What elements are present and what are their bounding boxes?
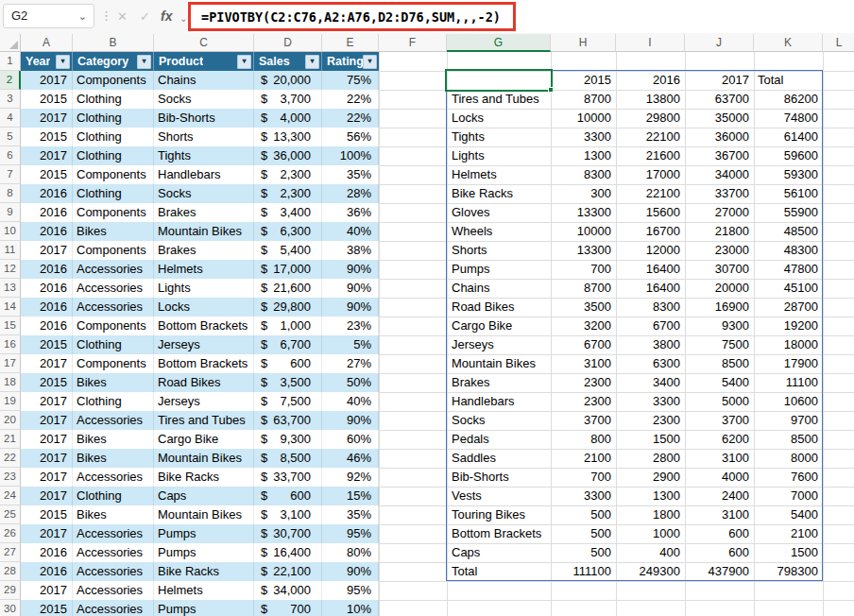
column-header-J[interactable]: J xyxy=(685,34,754,52)
cell-D1[interactable]: Sales▾ xyxy=(254,52,322,71)
formula-input[interactable]: =PIVOTBY(C2:C76,A2:A76,D2:D76,SUM,,,-2) xyxy=(187,0,854,33)
cell-D4[interactable]: $4,000 xyxy=(254,109,322,128)
cell-E22[interactable]: 46% xyxy=(322,449,379,468)
cell-D20[interactable]: $63,700 xyxy=(254,411,322,430)
cell-E7[interactable]: 35% xyxy=(322,165,379,184)
cell-D23[interactable]: $33,700 xyxy=(254,468,322,487)
column-header-G[interactable]: G xyxy=(447,34,551,52)
cell-B7[interactable]: Components xyxy=(73,165,154,184)
cell-D8[interactable]: $2,300 xyxy=(254,184,322,203)
cell-D2[interactable]: $20,000 xyxy=(254,71,322,90)
cell-C30[interactable]: Pumps xyxy=(154,600,254,616)
cell-C8[interactable]: Socks xyxy=(154,184,254,203)
cell-B9[interactable]: Components xyxy=(73,203,154,222)
column-header-E[interactable]: E xyxy=(322,34,379,52)
column-header-H[interactable]: H xyxy=(551,34,616,52)
cell-B29[interactable]: Accessories xyxy=(73,581,154,600)
cell-B11[interactable]: Components xyxy=(73,241,154,260)
row-header-4[interactable]: 4 xyxy=(0,109,21,128)
cell-B14[interactable]: Accessories xyxy=(73,298,154,317)
cell-A7[interactable]: 2015 xyxy=(21,165,73,184)
cell-B4[interactable]: Clothing xyxy=(73,109,154,128)
row-header-24[interactable]: 24 xyxy=(0,487,21,505)
row-header-1[interactable]: 1 xyxy=(0,52,21,71)
cell-B19[interactable]: Clothing xyxy=(73,392,154,411)
row-header-15[interactable]: 15 xyxy=(0,317,21,335)
cell-B3[interactable]: Clothing xyxy=(73,90,154,109)
cell-B1[interactable]: Category▾ xyxy=(73,52,154,71)
cell-E24[interactable]: 15% xyxy=(322,487,379,505)
cell-B20[interactable]: Accessories xyxy=(73,411,154,430)
cell-D9[interactable]: $3,400 xyxy=(254,203,322,222)
cell-B17[interactable]: Components xyxy=(73,354,154,373)
cell-C24[interactable]: Caps xyxy=(154,487,254,505)
cell-E6[interactable]: 100% xyxy=(322,146,379,165)
cell-C15[interactable]: Bottom Brackets xyxy=(154,317,254,335)
cell-C1[interactable]: Product▾ xyxy=(154,52,254,71)
cell-E29[interactable]: 95% xyxy=(322,581,379,600)
cell-D21[interactable]: $9,300 xyxy=(254,430,322,449)
cell-C19[interactable]: Jerseys xyxy=(154,392,254,411)
cell-A30[interactable]: 2015 xyxy=(21,600,73,616)
cell-A8[interactable]: 2016 xyxy=(21,184,73,203)
cell-D11[interactable]: $5,400 xyxy=(254,241,322,260)
cell-A16[interactable]: 2015 xyxy=(21,335,73,354)
row-header-13[interactable]: 13 xyxy=(0,279,21,298)
cell-C20[interactable]: Tires and Tubes xyxy=(154,411,254,430)
cell-C11[interactable]: Brakes xyxy=(154,241,254,260)
column-header-B[interactable]: B xyxy=(73,34,154,52)
cell-B12[interactable]: Accessories xyxy=(73,260,154,279)
cell-E14[interactable]: 90% xyxy=(322,298,379,317)
cell-A15[interactable]: 2016 xyxy=(21,317,73,335)
cell-A29[interactable]: 2017 xyxy=(21,581,73,600)
row-header-5[interactable]: 5 xyxy=(0,128,21,146)
cell-C4[interactable]: Bib-Shorts xyxy=(154,109,254,128)
cell-A14[interactable]: 2016 xyxy=(21,298,73,317)
cell-A24[interactable]: 2017 xyxy=(21,487,73,505)
row-header-23[interactable]: 23 xyxy=(0,468,21,487)
row-header-16[interactable]: 16 xyxy=(0,335,21,354)
cell-B16[interactable]: Clothing xyxy=(73,335,154,354)
cell-C21[interactable]: Cargo Bike xyxy=(154,430,254,449)
cell-A12[interactable]: 2016 xyxy=(21,260,73,279)
cell-B23[interactable]: Accessories xyxy=(73,468,154,487)
cell-D18[interactable]: $3,500 xyxy=(254,373,322,392)
cell-E18[interactable]: 50% xyxy=(322,373,379,392)
name-box[interactable]: G2 ⌄ xyxy=(3,4,94,28)
cell-A6[interactable]: 2017 xyxy=(21,146,73,165)
cell-B10[interactable]: Bikes xyxy=(73,222,154,241)
cell-D27[interactable]: $16,400 xyxy=(254,543,322,562)
cell-C14[interactable]: Locks xyxy=(154,298,254,317)
cell-E5[interactable]: 56% xyxy=(322,128,379,146)
row-header-9[interactable]: 9 xyxy=(0,203,21,222)
cell-C29[interactable]: Helmets xyxy=(154,581,254,600)
cell-D25[interactable]: $3,100 xyxy=(254,505,322,524)
column-header-F[interactable]: F xyxy=(379,34,447,52)
cell-E19[interactable]: 40% xyxy=(322,392,379,411)
cell-B24[interactable]: Clothing xyxy=(73,487,154,505)
cell-C13[interactable]: Lights xyxy=(154,279,254,298)
cell-E1[interactable]: Rating▾ xyxy=(322,52,379,71)
cell-B30[interactable]: Accessories xyxy=(73,600,154,616)
column-header-L[interactable]: L xyxy=(823,34,854,52)
cell-E12[interactable]: 90% xyxy=(322,260,379,279)
cell-A21[interactable]: 2017 xyxy=(21,430,73,449)
row-header-21[interactable]: 21 xyxy=(0,430,21,449)
cell-C18[interactable]: Road Bikes xyxy=(154,373,254,392)
select-all-button[interactable] xyxy=(0,34,21,52)
cell-C16[interactable]: Jerseys xyxy=(154,335,254,354)
cell-D7[interactable]: $2,300 xyxy=(254,165,322,184)
row-header-29[interactable]: 29 xyxy=(0,581,21,600)
cell-E30[interactable]: 10% xyxy=(322,600,379,616)
cell-B8[interactable]: Clothing xyxy=(73,184,154,203)
cell-E4[interactable]: 22% xyxy=(322,109,379,128)
cell-B2[interactable]: Components xyxy=(73,71,154,90)
cell-C9[interactable]: Brakes xyxy=(154,203,254,222)
filter-button-year[interactable]: ▾ xyxy=(56,55,70,69)
cell-A23[interactable]: 2017 xyxy=(21,468,73,487)
fill-handle[interactable] xyxy=(548,87,554,93)
cell-C28[interactable]: Bike Racks xyxy=(154,562,254,581)
row-header-3[interactable]: 3 xyxy=(0,90,21,109)
cell-B15[interactable]: Components xyxy=(73,317,154,335)
cell-E11[interactable]: 38% xyxy=(322,241,379,260)
